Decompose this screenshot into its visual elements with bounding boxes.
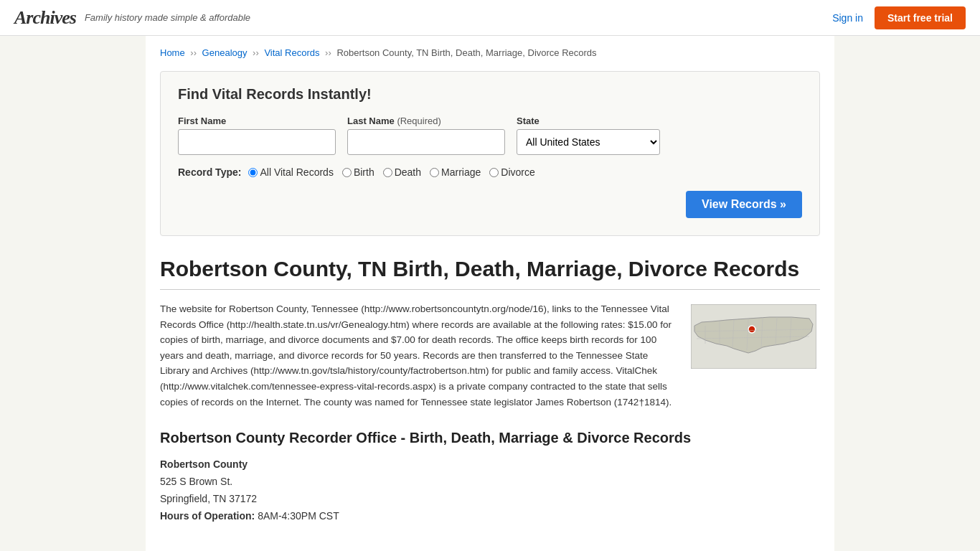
record-type-row: Record Type: All Vital RecordsBirthDeath… <box>178 166 802 178</box>
search-fields: First Name Last Name (Required) State Al… <box>178 116 802 155</box>
title-divider <box>160 289 820 290</box>
rt-birth-label: Birth <box>354 166 374 178</box>
main-content: Home ›› Genealogy ›› Vital Records ›› Ro… <box>146 36 834 551</box>
site-logo: Archives <box>14 7 76 29</box>
first-name-label: First Name <box>178 116 336 126</box>
breadcrumb-sep-3: ›› <box>325 47 334 58</box>
breadcrumb-sep-1: ›› <box>190 47 199 58</box>
address-city: Springfield, TN 37172 <box>160 491 820 508</box>
rt-divorce-label: Divorce <box>501 166 534 178</box>
state-select[interactable]: All United StatesAlabamaAlaskaArizonaArk… <box>517 129 660 155</box>
breadcrumb-vital-records[interactable]: Vital Records <box>264 47 319 58</box>
rt-all-radio[interactable] <box>248 168 258 177</box>
rt-death-label: Death <box>395 166 421 178</box>
record-type-option-rt-death[interactable]: Death <box>383 166 421 178</box>
view-records-button[interactable]: View Records » <box>686 191 802 218</box>
view-records-row: View Records » <box>178 191 802 218</box>
rt-divorce-radio[interactable] <box>489 168 499 177</box>
breadcrumb-sep-2: ›› <box>253 47 261 58</box>
site-tagline: Family history made simple & affordable <box>85 12 250 23</box>
search-title: Find Vital Records Instantly! <box>178 86 802 103</box>
address-block: Robertson County 525 S Brown St. Springf… <box>160 456 820 524</box>
svg-point-1 <box>748 326 755 333</box>
last-name-input[interactable] <box>347 129 505 155</box>
hours-value: 8AM-4:30PM CST <box>258 510 339 522</box>
recorder-title: Robertson County Recorder Office - Birth… <box>160 430 820 446</box>
first-name-group: First Name <box>178 116 336 155</box>
breadcrumb: Home ›› Genealogy ›› Vital Records ›› Ro… <box>160 47 820 58</box>
rt-death-radio[interactable] <box>383 168 392 177</box>
breadcrumb-current: Robertson County, TN Birth, Death, Marri… <box>336 47 596 58</box>
last-name-group: Last Name (Required) <box>347 116 505 155</box>
record-type-options: All Vital RecordsBirthDeathMarriageDivor… <box>248 166 542 178</box>
hours-label: Hours of Operation: <box>160 510 255 522</box>
record-type-option-rt-divorce[interactable]: Divorce <box>489 166 534 178</box>
header-left: Archives Family history made simple & af… <box>14 7 250 29</box>
header-right: Sign in Start free trial <box>832 6 966 29</box>
rt-marriage-label: Marriage <box>441 166 481 178</box>
last-name-label: Last Name (Required) <box>347 116 505 126</box>
state-label: State <box>517 116 660 126</box>
record-type-label: Record Type: <box>178 166 241 178</box>
sign-in-link[interactable]: Sign in <box>832 12 863 24</box>
rt-all-label: All Vital Records <box>260 166 333 178</box>
page-title: Robertson County, TN Birth, Death, Marri… <box>160 256 820 282</box>
address-street: 525 S Brown St. <box>160 474 820 491</box>
state-group: State All United StatesAlabamaAlaskaAriz… <box>517 116 660 155</box>
address-name: Robertson County <box>160 456 820 474</box>
record-type-option-rt-all[interactable]: All Vital Records <box>248 166 333 178</box>
tn-map-container <box>687 301 820 410</box>
breadcrumb-home[interactable]: Home <box>160 47 185 58</box>
content-text: The website for Robertson County, Tennes… <box>160 301 673 410</box>
search-box: Find Vital Records Instantly! First Name… <box>160 71 820 236</box>
content-body: The website for Robertson County, Tennes… <box>160 301 820 410</box>
first-name-input[interactable] <box>178 129 336 155</box>
tn-map-svg <box>691 304 816 369</box>
site-header: Archives Family history made simple & af… <box>0 0 980 36</box>
rt-marriage-radio[interactable] <box>430 168 439 177</box>
record-type-option-rt-birth[interactable]: Birth <box>342 166 374 178</box>
record-type-option-rt-marriage[interactable]: Marriage <box>430 166 481 178</box>
start-trial-button[interactable]: Start free trial <box>875 6 966 29</box>
rt-birth-radio[interactable] <box>342 168 352 177</box>
recorder-section: Robertson County Recorder Office - Birth… <box>160 430 820 524</box>
breadcrumb-genealogy[interactable]: Genealogy <box>202 47 248 58</box>
hours-of-operation: Hours of Operation: 8AM-4:30PM CST <box>160 508 820 525</box>
